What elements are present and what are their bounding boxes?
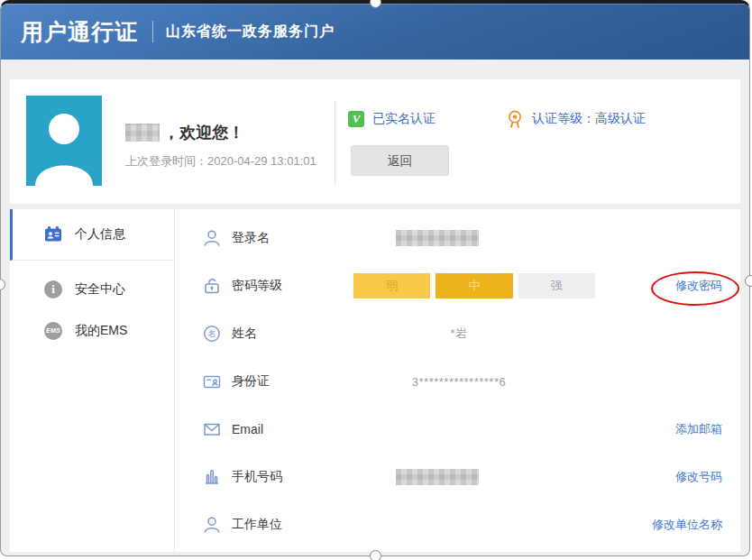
- envelope-icon: [202, 419, 222, 439]
- person-silhouette-icon: [26, 96, 102, 186]
- strength-bar-strong: 强: [518, 273, 595, 298]
- field-label: 姓名: [232, 326, 257, 342]
- sidebar-item-label: 我的EMS: [75, 323, 127, 339]
- row-email: Email 添加邮箱: [175, 405, 740, 453]
- strength-bar-medium: 中: [436, 273, 512, 298]
- portal-subtitle: 山东省统一政务服务门户: [166, 23, 335, 41]
- row-mobile: 手机号码 修改号码: [175, 453, 740, 500]
- name-circle-icon: 名: [202, 324, 222, 344]
- resize-handle-right[interactable]: [745, 275, 752, 287]
- app-window: 用户通行证 山东省统一政务服务门户 ，欢迎您！ 上次登录时间：2020-04-2…: [0, 0, 750, 556]
- row-login-name: 登录名: [175, 214, 740, 262]
- mobile-signal-icon: [202, 467, 222, 487]
- redacted-login-name: [396, 230, 479, 246]
- ems-icon: EMS: [44, 322, 62, 340]
- add-email-link[interactable]: 添加邮箱: [675, 421, 722, 437]
- badge-row: V 已实名认证 认证等级：高级认证: [348, 109, 646, 129]
- header-bar: 用户通行证 山东省统一政务服务门户: [1, 4, 749, 60]
- user-summary-card: ，欢迎您！ 上次登录时间：2020-04-29 13:01:01 V 已实名认证…: [10, 79, 740, 204]
- profile-detail-list: 登录名 密码等级 弱 中 强: [175, 209, 740, 548]
- password-strength-meter: 弱 中 强: [353, 273, 595, 298]
- user-icon: [202, 228, 222, 248]
- screenshot-stage: 用户通行证 山东省统一政务服务门户 ，欢迎您！ 上次登录时间：2020-04-2…: [0, 0, 752, 560]
- info-icon: i: [44, 280, 62, 298]
- field-label: 工作单位: [232, 517, 282, 533]
- header-divider: [152, 21, 153, 42]
- user-icon: [202, 515, 222, 535]
- field-label: 手机号码: [232, 469, 282, 485]
- welcome-text: ，欢迎您！: [163, 122, 244, 143]
- last-login-time: 上次登录时间：2020-04-29 13:01:01: [125, 153, 316, 170]
- back-button[interactable]: 返回: [351, 145, 449, 176]
- main-panel: 个人信息 i 安全中心 EMS 我的EMS: [10, 209, 740, 552]
- field-label: 密码等级: [232, 278, 282, 294]
- id-card-icon: [202, 372, 222, 391]
- avatar: [26, 96, 102, 186]
- app-title: 用户通行证: [21, 17, 138, 47]
- auth-level-group: 认证等级：高级认证: [506, 109, 646, 129]
- sidebar-item-label: 个人信息: [75, 226, 125, 243]
- field-label: Email: [232, 422, 263, 436]
- sidebar-item-personal-info[interactable]: 个人信息: [10, 209, 174, 261]
- auth-level-label: 认证等级：高级认证: [532, 111, 646, 127]
- row-name: 名 姓名 *岩: [175, 309, 740, 357]
- change-password-link[interactable]: 修改密码: [675, 278, 722, 294]
- sidebar-item-security-center[interactable]: i 安全中心: [10, 271, 174, 308]
- sidebar: 个人信息 i 安全中心 EMS 我的EMS: [10, 209, 175, 552]
- sidebar-item-my-ems[interactable]: EMS 我的EMS: [10, 313, 174, 349]
- realname-verified-icon: V: [348, 111, 364, 127]
- field-label: 登录名: [232, 230, 270, 246]
- change-mobile-link[interactable]: 修改号码: [675, 469, 722, 485]
- resize-handle-bottom[interactable]: [370, 550, 381, 560]
- name-value: *岩: [346, 326, 572, 342]
- realname-verified-label: 已实名认证: [372, 111, 436, 127]
- medal-icon: [506, 109, 524, 129]
- welcome-heading: ，欢迎您！: [125, 122, 244, 143]
- row-password-level: 密码等级 弱 中 强 修改密码: [175, 262, 740, 309]
- sidebar-item-label: 安全中心: [75, 281, 125, 298]
- name-icon-char: 名: [208, 329, 216, 338]
- redacted-mobile-number: [396, 469, 479, 485]
- id-card-value: 3****************6: [346, 374, 572, 388]
- field-label: 身份证: [232, 373, 270, 390]
- row-id-card: 身份证 3****************6: [175, 357, 740, 405]
- lock-icon: [202, 276, 222, 296]
- strength-bar-weak: 弱: [353, 273, 430, 298]
- id-badge-icon: [44, 225, 62, 243]
- change-work-unit-link[interactable]: 修改单位名称: [652, 517, 722, 533]
- row-work-unit: 工作单位 修改单位名称: [175, 500, 740, 548]
- card-vertical-divider: [335, 101, 335, 184]
- redacted-username: [125, 124, 160, 142]
